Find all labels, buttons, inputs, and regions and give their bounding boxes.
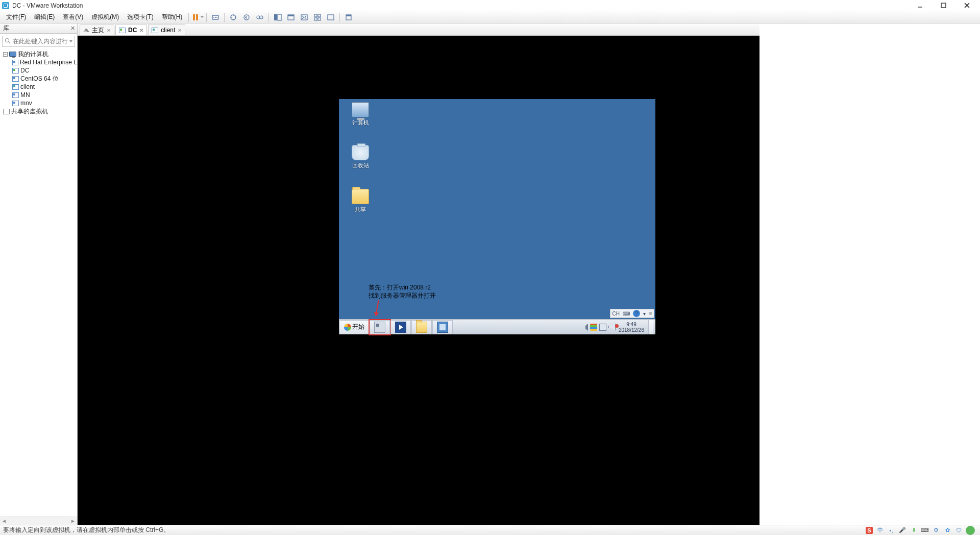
tree-root-my-computer[interactable]: − 我的计算机: [0, 50, 77, 58]
ime-mode-icon[interactable]: 中: [876, 526, 884, 534]
fit-window-button[interactable]: [285, 12, 297, 23]
scroll-left-icon[interactable]: ◄: [0, 518, 8, 524]
svg-rect-4: [193, 14, 195, 20]
recycle-bin-icon: [352, 145, 369, 160]
svg-rect-17: [288, 15, 294, 16]
folder-icon: [352, 189, 369, 204]
sogou-ime-icon[interactable]: S: [866, 527, 873, 534]
help-icon[interactable]: ?: [633, 310, 640, 317]
svg-line-27: [9, 42, 10, 43]
guest-powershell-button[interactable]: [390, 320, 411, 334]
download-icon[interactable]: ⬇: [910, 526, 918, 534]
tab-close-icon[interactable]: ✕: [178, 28, 182, 33]
tab-client[interactable]: client ✕: [148, 25, 185, 35]
shield-icon[interactable]: 🛡: [954, 526, 963, 534]
menu-vm[interactable]: 虚拟机(M): [87, 13, 123, 21]
pause-vm-button[interactable]: [191, 12, 204, 23]
vm-tab-bar: 主页 ✕ DC ✕ client ✕: [78, 23, 760, 36]
guest-explorer-button[interactable]: [411, 320, 432, 334]
ime-punct-icon[interactable]: •,: [887, 526, 895, 534]
gear-icon[interactable]: ⚙: [932, 526, 940, 534]
fit-guest-button[interactable]: [298, 12, 310, 23]
chevron-down-icon[interactable]: ▾: [643, 311, 646, 317]
volume-icon[interactable]: [608, 324, 616, 331]
guest-control-panel-button[interactable]: [432, 320, 453, 334]
sidebar-close-button[interactable]: ✕: [70, 25, 75, 32]
tab-close-icon[interactable]: ✕: [107, 28, 111, 33]
tree-item-redhat[interactable]: Red Hat Enterprise L: [0, 58, 77, 66]
close-button[interactable]: [960, 2, 974, 10]
svg-point-7: [213, 17, 214, 18]
status-circle-icon[interactable]: [966, 526, 975, 535]
tree-item-dc[interactable]: DC: [0, 66, 77, 75]
microphone-icon[interactable]: 🎤: [898, 526, 906, 534]
minimize-button[interactable]: [913, 2, 927, 10]
guest-system-tray: 9:49 2018/12/26: [581, 320, 655, 334]
vm-icon: [12, 68, 19, 74]
snapshot-button[interactable]: [227, 12, 239, 23]
svg-rect-1: [941, 3, 946, 8]
grip-icon[interactable]: [649, 312, 652, 315]
main-panel: 主页 ✕ DC ✕ client ✕ 计算机: [78, 23, 760, 525]
home-icon: [83, 27, 89, 32]
guest-share-folder-icon[interactable]: 共享: [346, 189, 375, 213]
library-sidebar: 库 ✕ − 我的计算机 Red Hat Enterprise L DC: [0, 23, 78, 525]
scroll-right-icon[interactable]: ►: [69, 518, 77, 524]
svg-rect-20: [318, 14, 321, 17]
library-search[interactable]: [2, 36, 75, 47]
show-desktop-button[interactable]: [648, 320, 653, 334]
fullscreen-button[interactable]: [325, 12, 337, 23]
sidebar-hscroll[interactable]: ◄ ►: [0, 517, 77, 525]
sidebar-title: 库: [3, 24, 9, 33]
tree-item-centos[interactable]: CentOS 64 位: [0, 75, 77, 83]
guest-clock[interactable]: 9:49 2018/12/26: [619, 322, 644, 333]
tab-dc[interactable]: DC ✕: [115, 25, 147, 35]
clock-alert-icon: [615, 324, 619, 328]
menu-tabs[interactable]: 选项卡(T): [123, 13, 157, 21]
menu-view[interactable]: 查看(V): [59, 13, 87, 21]
svg-rect-22: [318, 18, 321, 20]
send-ctrl-alt-del-button[interactable]: [209, 12, 222, 23]
svg-rect-25: [346, 15, 351, 16]
show-console-button[interactable]: [272, 12, 284, 23]
tray-expand-icon[interactable]: [581, 324, 588, 331]
guest-computer-icon[interactable]: 计算机: [346, 102, 375, 127]
lang-code[interactable]: CH: [612, 311, 620, 317]
weather-icon[interactable]: ✿: [943, 526, 951, 534]
guest-server-manager-button[interactable]: [370, 320, 390, 334]
window-title: DC - VMware Workstation: [12, 2, 83, 9]
menu-file[interactable]: 文件(F): [2, 13, 30, 21]
svg-rect-23: [328, 15, 334, 20]
collapse-icon[interactable]: −: [3, 52, 8, 57]
tree-item-client[interactable]: client: [0, 83, 77, 91]
guest-desktop[interactable]: 计算机 回收站 共享 首先：打开win 2008 r2 找到服务器管理器并打开: [339, 99, 655, 334]
guest-language-bar[interactable]: CH ⌨ ? ▾: [610, 309, 654, 318]
guest-recycle-icon[interactable]: 回收站: [346, 145, 375, 169]
vm-console-viewport[interactable]: 计算机 回收站 共享 首先：打开win 2008 r2 找到服务器管理器并打开: [78, 36, 760, 525]
keyboard-icon[interactable]: ⌨: [623, 311, 630, 317]
tab-close-icon[interactable]: ✕: [139, 28, 143, 33]
new-window-button[interactable]: [342, 12, 355, 23]
action-center-icon[interactable]: [590, 324, 597, 331]
menu-help[interactable]: 帮助(H): [158, 13, 187, 21]
tree-item-mnv[interactable]: mnv: [0, 99, 77, 107]
vm-icon: [12, 76, 19, 82]
snapshot-manage-button[interactable]: [254, 12, 266, 23]
library-search-input[interactable]: [13, 38, 67, 45]
control-panel-icon: [437, 322, 448, 333]
guest-start-button[interactable]: 开始: [339, 320, 369, 334]
status-message: 要将输入定向到该虚拟机，请在虚拟机内部单击或按 Ctrl+G。: [3, 526, 169, 534]
vm-icon: [12, 101, 19, 106]
tree-shared-vms[interactable]: 共享的虚拟机: [0, 107, 77, 115]
menu-bar: 文件(F) 编辑(E) 查看(V) 虚拟机(M) 选项卡(T) 帮助(H): [0, 11, 980, 23]
keyboard-icon[interactable]: ⌨: [921, 526, 929, 534]
menu-edit[interactable]: 编辑(E): [30, 13, 59, 21]
search-dropdown-icon[interactable]: [69, 40, 72, 42]
tree-item-mn[interactable]: MN: [0, 91, 77, 99]
maximize-button[interactable]: [936, 2, 950, 10]
tab-home[interactable]: 主页 ✕: [80, 25, 114, 35]
snapshot-revert-button[interactable]: [240, 12, 253, 23]
powershell-icon: [395, 322, 406, 333]
unity-button[interactable]: [311, 12, 324, 23]
network-icon[interactable]: [599, 324, 606, 331]
